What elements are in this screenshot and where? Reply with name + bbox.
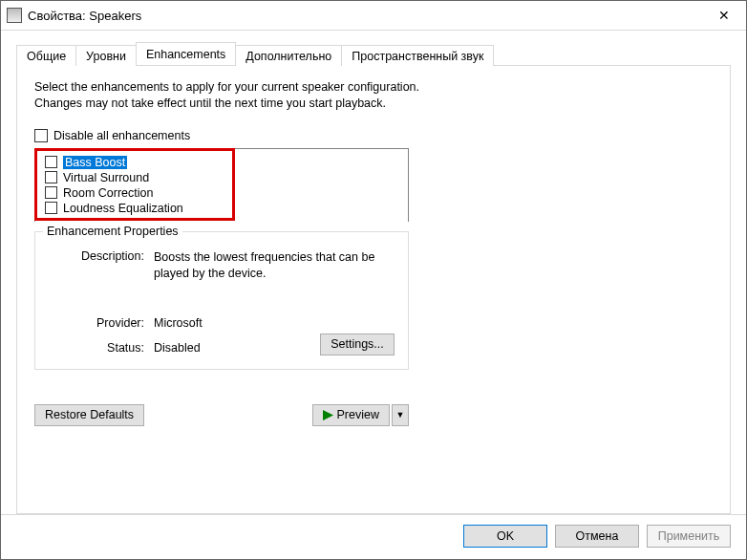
properties-dialog: Свойства: Speakers ✕ Общие Уровни Enhanc… xyxy=(0,0,747,560)
tab-general[interactable]: Общие xyxy=(16,45,76,66)
status-label: Status: xyxy=(49,341,144,355)
enhancement-bass-boost[interactable]: Bass Boost xyxy=(43,155,402,170)
description-label: Description: xyxy=(49,249,144,263)
prop-provider: Provider: Microsoft xyxy=(49,316,395,330)
tab-enhancements[interactable]: Enhancements xyxy=(136,42,236,65)
audio-device-icon xyxy=(7,8,22,23)
window-title: Свойства: Speakers xyxy=(28,9,702,23)
ok-button[interactable]: OK xyxy=(463,525,547,548)
close-button[interactable]: ✕ xyxy=(702,1,746,30)
preview-label: Preview xyxy=(337,408,379,421)
preview-dropdown-button[interactable]: ▼ xyxy=(392,404,409,426)
enhancement-loudness-equalization[interactable]: Loudness Equalization xyxy=(43,201,402,216)
enhancement-room-correction[interactable]: Room Correction xyxy=(43,185,402,201)
disable-all-label: Disable all enhancements xyxy=(53,129,190,142)
tab-spatial-sound[interactable]: Пространственный звук xyxy=(341,45,494,66)
settings-button[interactable]: Settings... xyxy=(320,334,395,355)
prop-description: Description: Boosts the lowest frequenci… xyxy=(49,249,395,282)
enhancement-label: Room Correction xyxy=(63,186,153,200)
enhancements-panel: Select the enhancements to apply for you… xyxy=(16,65,731,514)
titlebar: Свойства: Speakers ✕ xyxy=(1,1,746,31)
enhancement-virtual-surround[interactable]: Virtual Surround xyxy=(43,170,402,185)
group-title: Enhancement Properties xyxy=(43,225,182,238)
apply-button[interactable]: Применить xyxy=(647,525,731,548)
provider-value: Microsoft xyxy=(154,316,395,330)
intro-text: Select the enhancements to apply for you… xyxy=(34,79,455,112)
enhancement-properties-group: Enhancement Properties Description: Boos… xyxy=(34,231,409,370)
description-value: Boosts the lowest frequencies that can b… xyxy=(154,249,395,282)
provider-label: Provider: xyxy=(49,316,144,330)
disable-all-enhancements-checkbox[interactable]: Disable all enhancements xyxy=(34,129,713,142)
client-area: Общие Уровни Enhancements Дополнительно … xyxy=(1,31,746,514)
enhancement-checkbox[interactable] xyxy=(45,186,57,199)
tab-levels[interactable]: Уровни xyxy=(75,45,137,66)
tabstrip: Общие Уровни Enhancements Дополнительно … xyxy=(16,42,731,65)
chevron-down-icon: ▼ xyxy=(396,410,405,420)
preview-button[interactable]: Preview xyxy=(312,404,390,426)
enhancement-label: Bass Boost xyxy=(63,156,127,169)
dialog-footer: OK Отмена Применить xyxy=(1,514,746,559)
restore-defaults-button[interactable]: Restore Defaults xyxy=(34,404,144,426)
panel-bottom-row: Restore Defaults Preview ▼ xyxy=(34,404,409,426)
disable-all-input[interactable] xyxy=(34,129,48,142)
enhancements-list[interactable]: Bass Boost Virtual Surround Room Correct… xyxy=(34,148,409,222)
enhancement-label: Virtual Surround xyxy=(63,171,149,184)
close-icon: ✕ xyxy=(718,8,730,23)
svg-marker-0 xyxy=(323,410,333,420)
enhancement-checkbox[interactable] xyxy=(45,171,57,183)
preview-split-button[interactable]: Preview ▼ xyxy=(312,404,409,426)
enhancement-label: Loudness Equalization xyxy=(63,202,183,215)
enhancement-checkbox[interactable] xyxy=(45,202,57,214)
status-value: Disabled xyxy=(154,341,201,355)
tab-advanced[interactable]: Дополнительно xyxy=(235,45,342,66)
enhancement-checkbox[interactable] xyxy=(45,156,57,168)
play-icon xyxy=(323,410,333,420)
cancel-button[interactable]: Отмена xyxy=(555,525,639,548)
